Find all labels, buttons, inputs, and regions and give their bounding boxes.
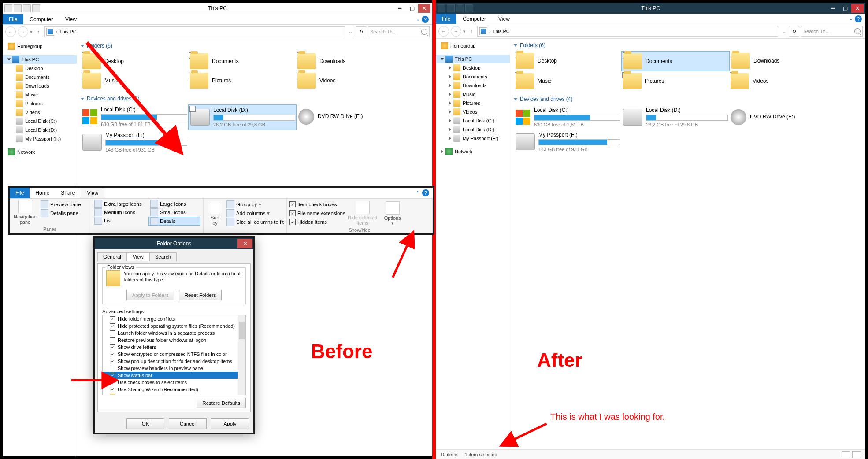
maximize-button[interactable]: ▢ [839, 4, 851, 13]
folder-tile[interactable]: Downloads [730, 51, 837, 70]
nav-desktop[interactable]: Desktop [3, 64, 77, 73]
refresh-button[interactable]: ↻ [356, 26, 366, 37]
scrollbar[interactable] [238, 315, 245, 395]
sort-by-button[interactable]: Sort by [206, 200, 224, 226]
maximize-button[interactable]: ▢ [406, 4, 418, 13]
nav-back-button[interactable]: ← [438, 26, 449, 37]
expand-icon[interactable] [441, 150, 443, 153]
checkbox-icon[interactable] [189, 106, 196, 112]
drive-tile[interactable]: DVD RW Drive (E:) [297, 104, 404, 129]
layout-xl[interactable]: Extra large icons [93, 200, 145, 208]
advanced-setting-row[interactable]: ✓Show encrypted or compressed NTFS files… [103, 351, 245, 358]
reset-folders-button[interactable]: Reset Folders [179, 290, 222, 300]
help-icon[interactable]: ? [422, 189, 429, 196]
view-tiles-button[interactable] [852, 451, 861, 458]
nav-videos[interactable]: Videos [3, 108, 77, 117]
advanced-setting-row[interactable]: ✓Hide folder merge conflicts [103, 315, 245, 322]
nav-drive-c[interactable]: Local Disk (C:) [3, 117, 77, 126]
help-icon[interactable]: ? [422, 16, 429, 23]
expand-icon[interactable] [449, 66, 451, 70]
layout-details[interactable]: Details [148, 217, 200, 226]
expand-ribbon-icon[interactable]: ⌄ [848, 16, 854, 22]
group-drives[interactable]: Devices and drives (4) [510, 94, 865, 104]
recent-locations-icon[interactable]: ▾ [30, 29, 33, 35]
nav-forward-button[interactable]: → [18, 26, 28, 37]
group-folders[interactable]: Folders (6) [510, 41, 865, 50]
checkbox-icon[interactable] [110, 366, 115, 371]
expand-icon[interactable] [449, 84, 451, 87]
nav-drive-d[interactable]: Local Disk (D:) [3, 126, 77, 134]
advanced-settings-list[interactable]: ✓Hide folder merge conflicts✓Hide protec… [102, 315, 246, 395]
hidden-toggle[interactable]: ✓Hidden items [289, 218, 345, 226]
checkbox-icon[interactable] [110, 337, 115, 343]
apply-button[interactable]: Apply [211, 418, 249, 429]
nav-this-pc[interactable]: This PC [436, 55, 510, 63]
advanced-setting-row[interactable]: ✓Use Sharing Wizard (Recommended) [103, 386, 245, 393]
dialog-tab-search[interactable]: Search [149, 252, 177, 261]
nav-drive-f[interactable]: My Passport (F:) [436, 134, 510, 143]
expand-icon[interactable] [449, 93, 451, 96]
size-columns-button[interactable]: Size all columns to fit [226, 218, 284, 226]
check-boxes-toggle[interactable]: ✓Item check boxes [289, 200, 345, 209]
nav-pictures[interactable]: Pictures [3, 99, 77, 108]
drive-tile[interactable]: My Passport (F:)143 GB free of 931 GB [81, 130, 188, 155]
advanced-setting-row[interactable]: ✓Use check boxes to select items [103, 379, 245, 386]
advanced-setting-row[interactable]: Show preview handlers in preview pane [103, 365, 245, 372]
nav-music[interactable]: Music [3, 90, 77, 99]
qat-icon[interactable] [23, 4, 31, 12]
checkbox-icon[interactable] [110, 330, 115, 336]
tab-computer[interactable]: Computer [23, 14, 59, 24]
view-details-button[interactable] [842, 451, 850, 458]
advanced-setting-row[interactable]: ✓Hide protected operating system files (… [103, 322, 245, 329]
folder-tile[interactable]: Pictures [188, 71, 296, 90]
expand-icon[interactable] [449, 119, 451, 122]
folder-tile[interactable]: Documents [188, 52, 296, 71]
group-drives[interactable]: Devices and drives (4) [77, 94, 432, 104]
minimize-button[interactable]: ━ [393, 4, 406, 13]
extensions-toggle[interactable]: ✓File name extensions [289, 209, 345, 218]
add-columns-button[interactable]: Add columns▾ [226, 209, 284, 218]
close-button[interactable]: ✕ [851, 4, 864, 13]
ok-button[interactable]: OK [126, 418, 164, 429]
tab-view[interactable]: View [59, 14, 83, 24]
nav-homegroup[interactable]: Homegroup [3, 42, 77, 51]
folder-tile[interactable]: ✓ Desktop [514, 51, 621, 70]
checkbox-icon[interactable]: ✓ [110, 373, 115, 378]
address-dropdown-icon[interactable]: ⌄ [347, 29, 354, 35]
ribbon-tab-view[interactable]: View [81, 188, 104, 198]
ribbon-tab-home[interactable]: Home [30, 188, 55, 198]
refresh-button[interactable]: ↻ [789, 26, 799, 37]
nav-drive-c[interactable]: Local Disk (C:) [436, 116, 510, 125]
group-folders[interactable]: Folders (6) [77, 41, 432, 51]
expand-icon[interactable] [7, 59, 11, 61]
folder-tile[interactable]: Pictures [621, 71, 729, 91]
expand-icon[interactable] [449, 101, 451, 105]
qat-icon[interactable] [456, 4, 464, 12]
search-input[interactable]: Search Th... [368, 26, 430, 37]
nav-up-button[interactable]: ↑ [467, 26, 475, 36]
recent-locations-icon[interactable]: ▾ [463, 29, 466, 34]
nav-up-button[interactable]: ↑ [34, 27, 42, 37]
address-input[interactable]: › This PC [477, 26, 778, 37]
checkbox-icon[interactable]: ✓ [110, 387, 115, 392]
address-dropdown-icon[interactable]: ⌄ [780, 29, 787, 34]
expand-icon[interactable] [449, 110, 451, 114]
nav-desktop[interactable]: Desktop [436, 63, 510, 72]
dialog-tab-general[interactable]: General [97, 252, 127, 261]
advanced-setting-row[interactable]: ✓Show pop-up description for folder and … [103, 358, 245, 365]
tab-file[interactable]: File [3, 14, 23, 24]
navigation-pane-button[interactable]: Navigation pane [12, 200, 38, 225]
folder-tile[interactable]: Documents [621, 51, 730, 71]
search-input[interactable]: Search Th... [801, 26, 863, 37]
ribbon-tab-file[interactable]: File [10, 188, 30, 198]
content-area[interactable]: Folders (6) ✓ Desktop Documents Download… [510, 39, 865, 449]
nav-documents[interactable]: Documents [3, 73, 77, 81]
drive-tile[interactable]: Local Disk (C:)630 GB free of 1,81 TB [81, 104, 188, 129]
nav-this-pc[interactable]: This PC [3, 55, 77, 64]
advanced-setting-row[interactable]: When typing into list view [103, 393, 245, 395]
checkbox-icon[interactable]: ✓ [110, 316, 115, 322]
nav-videos[interactable]: Videos [436, 107, 510, 116]
layout-medium[interactable]: Medium icons [93, 208, 145, 216]
nav-network[interactable]: Network [3, 148, 77, 156]
navigation-pane[interactable]: Homegroup This PC Desktop Documents Down… [436, 39, 510, 449]
